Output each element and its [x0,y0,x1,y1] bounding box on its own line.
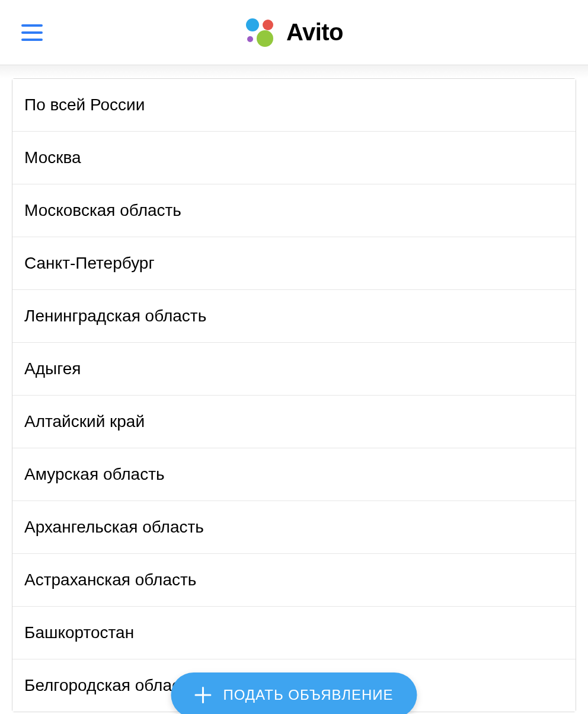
avito-logo-text: Avito [286,19,343,46]
header: Avito [0,0,588,65]
region-item[interactable]: Башкортостан [12,607,576,659]
post-ad-label: ПОДАТЬ ОБЪЯВЛЕНИЕ [223,687,393,703]
region-item[interactable]: Амурская область [12,448,576,501]
plus-icon [194,687,211,703]
region-item[interactable]: Санкт-Петербург [12,237,576,290]
avito-logo[interactable]: Avito [245,18,343,47]
region-list: По всей России Москва Московская область… [12,78,576,712]
region-item[interactable]: Московская область [12,184,576,237]
avito-logo-icon [245,18,279,47]
region-item[interactable]: Ленинградская область [12,290,576,343]
hamburger-menu-icon[interactable] [21,24,43,41]
region-item[interactable]: Астраханская область [12,554,576,607]
region-item[interactable]: Москва [12,132,576,184]
region-item[interactable]: Алтайский край [12,396,576,448]
region-item[interactable]: По всей России [12,79,576,132]
header-shadow [0,65,588,78]
region-item[interactable]: Адыгея [12,343,576,396]
region-item[interactable]: Архангельская область [12,501,576,554]
post-ad-button[interactable]: ПОДАТЬ ОБЪЯВЛЕНИЕ [171,672,417,714]
